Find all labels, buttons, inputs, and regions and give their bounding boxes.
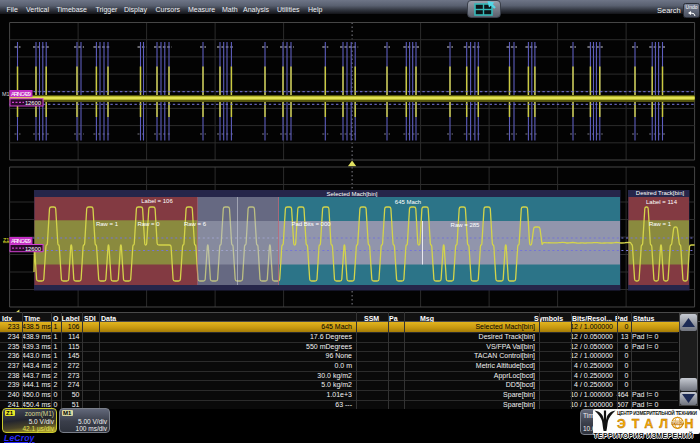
svg-text:ЦЕНТР ИЗМЕРИТЕЛЬНОЙ ТЕХНИКИ: ЦЕНТР ИЗМЕРИТЕЛЬНОЙ ТЕХНИКИ bbox=[617, 409, 698, 416]
svg-text:Selected Mach[bin]: Selected Mach[bin] bbox=[326, 191, 377, 197]
svg-text:Label = 114: Label = 114 bbox=[646, 199, 678, 205]
svg-text:ПРИБОР: ПРИБОР bbox=[671, 421, 684, 425]
svg-text:M1: M1 bbox=[2, 91, 10, 97]
svg-text:Raw = 6: Raw = 6 bbox=[184, 221, 207, 227]
svg-text:Raw = 285: Raw = 285 bbox=[451, 222, 481, 228]
svg-text:ARINC429: ARINC429 bbox=[11, 91, 31, 97]
svg-text:Desired Track[bin]: Desired Track[bin] bbox=[636, 190, 685, 196]
svg-text:Raw = 1: Raw = 1 bbox=[96, 221, 119, 227]
svg-text:645 Mach: 645 Mach bbox=[395, 199, 421, 205]
svg-text:Label = 106: Label = 106 bbox=[141, 198, 173, 204]
svg-text:12600: 12600 bbox=[25, 246, 41, 252]
svg-text:Pad Bits = 000: Pad Bits = 000 bbox=[291, 221, 331, 227]
svg-text:Z1: Z1 bbox=[3, 237, 9, 243]
svg-text:Raw = 0: Raw = 0 bbox=[137, 221, 160, 227]
svg-text:ЭТАЛ: ЭТАЛ bbox=[617, 417, 668, 431]
svg-text:ARINC429: ARINC429 bbox=[11, 238, 31, 244]
svg-text:Н: Н bbox=[684, 417, 693, 431]
svg-text:Raw = 1: Raw = 1 bbox=[649, 221, 672, 227]
svg-text:12600: 12600 bbox=[25, 100, 41, 106]
